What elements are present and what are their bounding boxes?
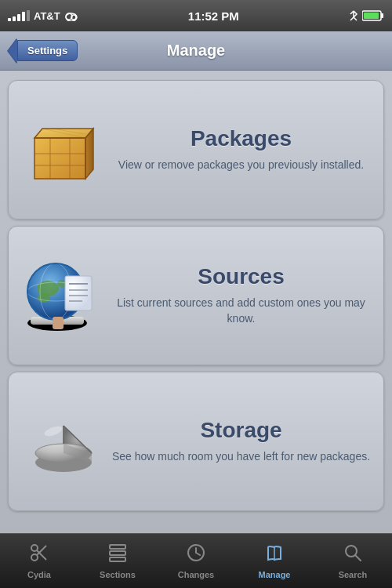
tab-search[interactable]: Search: [314, 534, 392, 588]
back-arrow-icon: [8, 38, 17, 64]
sources-item[interactable]: Sources List current sources and add cus…: [8, 226, 384, 365]
search-icon: [343, 543, 363, 568]
status-time: 11:52 PM: [188, 9, 239, 23]
packages-icon: [20, 107, 107, 193]
svg-rect-5: [364, 13, 379, 19]
svg-point-38: [31, 545, 38, 551]
svg-marker-6: [34, 138, 85, 179]
tab-search-label: Search: [339, 570, 368, 579]
sections-icon: [107, 543, 128, 568]
svg-rect-27: [65, 276, 92, 310]
tab-sections[interactable]: Sections: [78, 534, 157, 588]
storage-desc: See how much room you have left for new …: [111, 449, 372, 465]
page-title: Manage: [167, 42, 225, 60]
nav-bar: Settings Manage: [0, 31, 392, 71]
bar-5: [27, 10, 30, 21]
svg-line-50: [355, 555, 361, 561]
globe-icon: [24, 259, 103, 333]
pie-icon: [28, 406, 99, 477]
packages-desc: View or remove packages you previously i…: [111, 158, 372, 173]
svg-point-37: [43, 424, 64, 438]
packages-title: Packages: [111, 126, 372, 151]
storage-title: Storage: [111, 418, 372, 443]
svg-rect-42: [110, 545, 125, 549]
tab-bar: Cydia Sections Changes: [0, 533, 392, 588]
tab-sections-label: Sections: [100, 570, 136, 579]
carrier-label: AT&T: [34, 10, 60, 22]
tab-changes[interactable]: Changes: [157, 534, 235, 588]
sources-text: Sources List current sources and add cus…: [107, 264, 372, 326]
status-bar: AT&T 11:52 PM: [0, 0, 392, 31]
svg-rect-32: [53, 317, 64, 329]
back-button-label: Settings: [17, 40, 78, 61]
clock-icon: [186, 543, 206, 568]
svg-point-39: [31, 554, 38, 561]
storage-icon: [20, 398, 107, 485]
tab-manage-label: Manage: [259, 570, 291, 579]
storage-text: Storage See how much room you have left …: [107, 418, 372, 465]
book-icon: [264, 543, 285, 568]
bar-1: [8, 18, 11, 21]
settings-back-button[interactable]: Settings: [8, 38, 78, 64]
svg-rect-4: [381, 13, 383, 18]
packages-item[interactable]: Packages View or remove packages you pre…: [8, 80, 384, 220]
bar-3: [17, 14, 20, 21]
scissors-icon: [29, 543, 49, 568]
svg-rect-43: [110, 551, 125, 555]
signal-bars: [8, 10, 30, 21]
bar-2: [13, 16, 16, 21]
bluetooth-icon: [349, 9, 358, 22]
bar-4: [22, 12, 25, 21]
cloud-icon: [64, 10, 78, 21]
svg-point-22: [38, 293, 50, 303]
sources-icon: [20, 252, 107, 339]
svg-rect-44: [110, 557, 125, 561]
sources-desc: List current sources and add custom ones…: [111, 296, 372, 326]
status-left: AT&T: [8, 10, 78, 22]
sources-title: Sources: [111, 264, 372, 289]
tab-cydia-label: Cydia: [27, 570, 51, 579]
tab-cydia[interactable]: Cydia: [0, 534, 78, 588]
tab-manage[interactable]: Manage: [235, 534, 314, 588]
main-content: Packages View or remove packages you pre…: [0, 71, 392, 533]
packages-text: Packages View or remove packages you pre…: [107, 126, 372, 173]
status-right: [349, 9, 384, 22]
battery-icon: [362, 9, 384, 22]
tab-changes-label: Changes: [178, 570, 214, 579]
storage-item[interactable]: Storage See how much room you have left …: [8, 372, 384, 511]
box-icon: [27, 114, 101, 185]
svg-line-47: [196, 553, 200, 555]
